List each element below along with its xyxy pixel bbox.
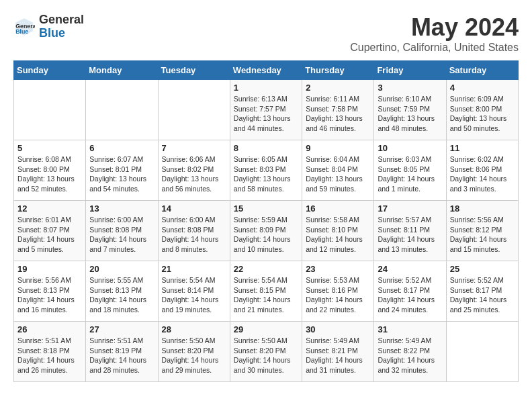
weekday-header-monday: Monday — [86, 61, 158, 80]
day-info: Sunrise: 5:52 AM Sunset: 8:17 PM Dayligh… — [450, 275, 515, 315]
calendar-cell: 23Sunrise: 5:53 AM Sunset: 8:16 PM Dayli… — [302, 261, 374, 322]
calendar-cell: 26Sunrise: 5:51 AM Sunset: 8:18 PM Dayli… — [14, 322, 86, 382]
day-number: 5 — [17, 143, 82, 153]
day-number: 12 — [17, 203, 82, 214]
day-info: Sunrise: 5:49 AM Sunset: 8:21 PM Dayligh… — [306, 336, 370, 375]
calendar-cell: 11Sunrise: 6:02 AM Sunset: 8:06 PM Dayli… — [446, 140, 518, 201]
day-info: Sunrise: 6:09 AM Sunset: 8:00 PM Dayligh… — [450, 94, 515, 134]
day-number: 28 — [162, 324, 226, 334]
day-number: 8 — [234, 143, 298, 153]
day-number: 4 — [450, 83, 515, 93]
day-number: 3 — [378, 83, 442, 93]
day-info: Sunrise: 6:00 AM Sunset: 8:08 PM Dayligh… — [162, 215, 226, 255]
day-number: 24 — [378, 264, 442, 274]
day-info: Sunrise: 5:50 AM Sunset: 8:20 PM Dayligh… — [162, 336, 226, 375]
day-info: Sunrise: 6:10 AM Sunset: 7:59 PM Dayligh… — [378, 94, 442, 134]
calendar-cell — [446, 322, 518, 382]
day-info: Sunrise: 6:05 AM Sunset: 8:03 PM Dayligh… — [234, 154, 298, 194]
day-info: Sunrise: 5:56 AM Sunset: 8:13 PM Dayligh… — [17, 275, 82, 315]
day-number: 7 — [162, 143, 226, 153]
weekday-header-tuesday: Tuesday — [158, 61, 230, 80]
week-row-2: 5Sunrise: 6:08 AM Sunset: 8:00 PM Daylig… — [14, 140, 519, 201]
day-info: Sunrise: 6:07 AM Sunset: 8:01 PM Dayligh… — [89, 154, 154, 194]
logo: General Blue General Blue — [13, 13, 84, 40]
day-number: 26 — [17, 324, 82, 334]
day-info: Sunrise: 5:57 AM Sunset: 8:11 PM Dayligh… — [378, 215, 442, 255]
calendar-cell: 5Sunrise: 6:08 AM Sunset: 8:00 PM Daylig… — [14, 140, 86, 201]
day-info: Sunrise: 5:56 AM Sunset: 8:12 PM Dayligh… — [450, 215, 515, 255]
day-info: Sunrise: 6:00 AM Sunset: 8:08 PM Dayligh… — [89, 215, 154, 255]
calendar-cell: 13Sunrise: 6:00 AM Sunset: 8:08 PM Dayli… — [86, 201, 158, 261]
calendar-cell: 16Sunrise: 5:58 AM Sunset: 8:10 PM Dayli… — [302, 201, 374, 261]
day-number: 22 — [234, 264, 298, 274]
day-info: Sunrise: 6:01 AM Sunset: 8:07 PM Dayligh… — [17, 215, 82, 255]
weekday-header-saturday: Saturday — [446, 61, 518, 80]
day-number: 23 — [306, 264, 370, 274]
day-info: Sunrise: 5:50 AM Sunset: 8:20 PM Dayligh… — [234, 336, 298, 375]
logo-general-text: General — [39, 13, 84, 27]
calendar-cell: 15Sunrise: 5:59 AM Sunset: 8:09 PM Dayli… — [230, 201, 302, 261]
calendar-title: May 2024 — [350, 13, 519, 42]
calendar-cell: 24Sunrise: 5:52 AM Sunset: 8:17 PM Dayli… — [374, 261, 446, 322]
day-number: 6 — [89, 143, 154, 153]
day-info: Sunrise: 5:51 AM Sunset: 8:18 PM Dayligh… — [17, 336, 82, 375]
day-info: Sunrise: 6:06 AM Sunset: 8:02 PM Dayligh… — [162, 154, 226, 194]
calendar-cell: 2Sunrise: 6:11 AM Sunset: 7:58 PM Daylig… — [302, 80, 374, 140]
calendar-cell: 28Sunrise: 5:50 AM Sunset: 8:20 PM Dayli… — [158, 322, 230, 382]
calendar-cell: 6Sunrise: 6:07 AM Sunset: 8:01 PM Daylig… — [86, 140, 158, 201]
day-info: Sunrise: 6:08 AM Sunset: 8:00 PM Dayligh… — [17, 154, 82, 194]
title-area: May 2024 Cupertino, California, United S… — [350, 13, 519, 54]
day-info: Sunrise: 6:11 AM Sunset: 7:58 PM Dayligh… — [306, 94, 370, 134]
day-number: 19 — [17, 264, 82, 274]
calendar-cell — [86, 80, 158, 140]
logo-icon: General Blue — [13, 16, 35, 38]
day-info: Sunrise: 5:54 AM Sunset: 8:14 PM Dayligh… — [162, 275, 226, 315]
calendar-cell: 14Sunrise: 6:00 AM Sunset: 8:08 PM Dayli… — [158, 201, 230, 261]
calendar-cell: 17Sunrise: 5:57 AM Sunset: 8:11 PM Dayli… — [374, 201, 446, 261]
day-info: Sunrise: 5:58 AM Sunset: 8:10 PM Dayligh… — [306, 215, 370, 255]
day-info: Sunrise: 6:04 AM Sunset: 8:04 PM Dayligh… — [306, 154, 370, 194]
calendar-cell: 20Sunrise: 5:55 AM Sunset: 8:13 PM Dayli… — [86, 261, 158, 322]
day-info: Sunrise: 5:55 AM Sunset: 8:13 PM Dayligh… — [89, 275, 154, 315]
day-info: Sunrise: 6:13 AM Sunset: 7:57 PM Dayligh… — [234, 94, 298, 134]
weekday-header-thursday: Thursday — [302, 61, 374, 80]
header: General Blue General Blue May 2024 Cuper… — [13, 13, 519, 54]
day-number: 31 — [378, 324, 442, 334]
day-info: Sunrise: 5:49 AM Sunset: 8:22 PM Dayligh… — [378, 336, 442, 375]
day-number: 11 — [450, 143, 515, 153]
week-row-3: 12Sunrise: 6:01 AM Sunset: 8:07 PM Dayli… — [14, 201, 519, 261]
calendar-cell: 12Sunrise: 6:01 AM Sunset: 8:07 PM Dayli… — [14, 201, 86, 261]
week-row-4: 19Sunrise: 5:56 AM Sunset: 8:13 PM Dayli… — [14, 261, 519, 322]
day-number: 2 — [306, 83, 370, 93]
day-info: Sunrise: 5:54 AM Sunset: 8:15 PM Dayligh… — [234, 275, 298, 315]
calendar-cell: 4Sunrise: 6:09 AM Sunset: 8:00 PM Daylig… — [446, 80, 518, 140]
calendar-cell: 10Sunrise: 6:03 AM Sunset: 8:05 PM Dayli… — [374, 140, 446, 201]
day-number: 13 — [89, 203, 154, 214]
weekday-header-friday: Friday — [374, 61, 446, 80]
day-info: Sunrise: 6:02 AM Sunset: 8:06 PM Dayligh… — [450, 154, 515, 194]
day-number: 14 — [162, 203, 226, 214]
day-info: Sunrise: 5:51 AM Sunset: 8:19 PM Dayligh… — [89, 336, 154, 375]
calendar-cell: 27Sunrise: 5:51 AM Sunset: 8:19 PM Dayli… — [86, 322, 158, 382]
day-number: 21 — [162, 264, 226, 274]
calendar-cell: 7Sunrise: 6:06 AM Sunset: 8:02 PM Daylig… — [158, 140, 230, 201]
calendar-cell: 29Sunrise: 5:50 AM Sunset: 8:20 PM Dayli… — [230, 322, 302, 382]
day-info: Sunrise: 5:52 AM Sunset: 8:17 PM Dayligh… — [378, 275, 442, 315]
week-row-5: 26Sunrise: 5:51 AM Sunset: 8:18 PM Dayli… — [14, 322, 519, 382]
day-number: 1 — [234, 83, 298, 93]
logo-blue-text: Blue — [39, 27, 84, 40]
day-number: 15 — [234, 203, 298, 214]
calendar-cell: 21Sunrise: 5:54 AM Sunset: 8:14 PM Dayli… — [158, 261, 230, 322]
weekday-header-row: SundayMondayTuesdayWednesdayThursdayFrid… — [14, 61, 519, 80]
day-info: Sunrise: 5:53 AM Sunset: 8:16 PM Dayligh… — [306, 275, 370, 315]
day-number: 27 — [89, 324, 154, 334]
weekday-header-wednesday: Wednesday — [230, 61, 302, 80]
day-info: Sunrise: 5:59 AM Sunset: 8:09 PM Dayligh… — [234, 215, 298, 255]
logo-text: General Blue — [39, 13, 84, 40]
calendar-cell: 22Sunrise: 5:54 AM Sunset: 8:15 PM Dayli… — [230, 261, 302, 322]
calendar-cell: 19Sunrise: 5:56 AM Sunset: 8:13 PM Dayli… — [14, 261, 86, 322]
day-number: 25 — [450, 264, 515, 274]
calendar-subtitle: Cupertino, California, United States — [350, 42, 519, 54]
calendar-cell: 1Sunrise: 6:13 AM Sunset: 7:57 PM Daylig… — [230, 80, 302, 140]
calendar-cell: 25Sunrise: 5:52 AM Sunset: 8:17 PM Dayli… — [446, 261, 518, 322]
